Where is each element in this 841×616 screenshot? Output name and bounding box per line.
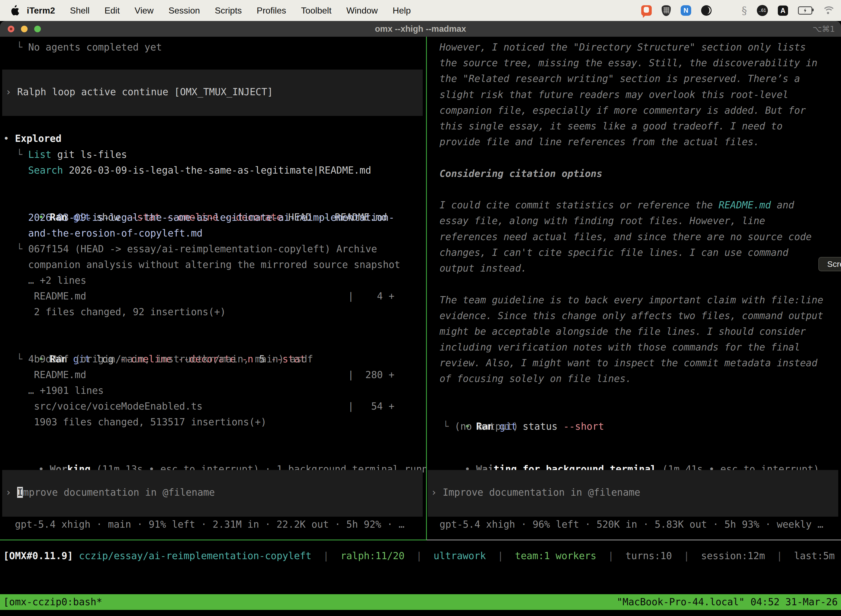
thinking-heading: Considering citation options xyxy=(440,166,602,182)
menu-toolbelt[interactable]: Toolbelt xyxy=(294,6,339,16)
banner-text: Ralph loop active continue [OMX_TMUX_INJ… xyxy=(11,87,273,97)
commit-line2: companion analysis without altering the … xyxy=(28,257,400,273)
stat-row: src/voice/voiceModeEnabled.ts | 54 + xyxy=(34,399,394,414)
thinking-line: essay file, along with finding root file… xyxy=(440,213,765,229)
tree-corner: └ xyxy=(16,353,28,365)
prompt-chevron: › xyxy=(431,487,442,498)
tool-verb-search: Search xyxy=(28,165,63,176)
screen-tooltip[interactable]: Scre xyxy=(818,257,841,271)
menu-session[interactable]: Session xyxy=(161,6,208,16)
right-pane[interactable]: However, I noticed the "Directory Struct… xyxy=(427,37,841,540)
apple-icon[interactable] xyxy=(10,5,19,16)
thinking-line: However, I noticed the "Directory Struct… xyxy=(440,40,806,55)
left-session-status: gpt-5.4 xhigh · main · 91% left · 2.31M … xyxy=(15,517,404,532)
search-args: 2026-03-09-is-legal-the-same-as-legitima… xyxy=(63,165,371,176)
thinking-line: review. Also, I might want to inspect th… xyxy=(440,355,818,371)
pane-border-bottom-left xyxy=(0,540,426,540)
omx-ralph-count: ralph:11/20 xyxy=(340,550,404,561)
readme-link[interactable]: README.md xyxy=(718,199,771,211)
menu-scripts[interactable]: Scripts xyxy=(207,6,249,16)
battery-percent-icon[interactable]: ..61 xyxy=(757,5,768,16)
menu-help[interactable]: Help xyxy=(385,6,418,16)
cmd-flags: --short xyxy=(558,421,604,432)
omx-status-bar: [OMX#0.11.9] cczip/essay/ai-reimplementa… xyxy=(3,548,841,564)
blue-n-icon[interactable]: N xyxy=(681,5,691,16)
essay-path-line2: and-the-erosion-of-copyleft.md xyxy=(28,226,202,241)
input-text: Improve documentation in @filename xyxy=(442,487,640,498)
more-lines: … +1901 lines xyxy=(28,383,104,399)
more-lines: … +2 lines xyxy=(28,273,86,288)
menu-profiles[interactable]: Profiles xyxy=(249,6,294,16)
window-shortcut: ⌥⌘1 xyxy=(813,21,835,37)
commit-line: 067f154 (HEAD -> essay/ai-reimplementati… xyxy=(28,243,377,254)
dots-grid-icon[interactable] xyxy=(722,6,732,16)
right-session-status: gpt-5.4 xhigh · 96% left · 520K in · 5.8… xyxy=(440,517,823,532)
thinking-line: the "Related research writing" section i… xyxy=(440,71,800,87)
omx-branch-path: cczip/essay/ai-reimplementation-copyleft xyxy=(79,550,312,561)
thinking-line: might be acceptable alongside the file l… xyxy=(440,324,806,339)
omx-turns: turns:10 xyxy=(626,550,672,561)
menu-iterm2[interactable]: iTerm2 xyxy=(19,6,63,16)
thinking-line: companion file, especially if more comme… xyxy=(440,103,806,119)
window-title: omx --xhigh --madmax xyxy=(0,21,841,37)
pane-border-bottom-right xyxy=(426,540,841,540)
thinking-line: The team guideline is to back every impo… xyxy=(440,292,823,308)
menu-bar: iTerm2 Shell Edit View Session Scripts P… xyxy=(0,0,841,21)
menu-status-icons: N § ..61 A xyxy=(641,0,834,21)
pane-divider-vertical[interactable] xyxy=(426,37,427,540)
left-prompt-input[interactable]: › Improve documentation in @filename xyxy=(2,470,423,517)
left-pane[interactable]: └ No agents completed yet › Ralph loop a… xyxy=(0,37,426,540)
menu-shell[interactable]: Shell xyxy=(63,6,97,16)
right-prompt-input[interactable]: › Improve documentation in @filename xyxy=(428,470,838,517)
inject-banner-box: › Ralph loop active continue [OMX_TMUX_I… xyxy=(2,70,423,116)
shield-grid-icon[interactable] xyxy=(662,5,671,16)
thinking-line: provide file and line references from th… xyxy=(440,134,759,150)
thinking-line: evidence. Since this change only affects… xyxy=(440,308,823,324)
thinking-line: output instead. xyxy=(440,261,527,276)
screenshot-app-icon[interactable] xyxy=(641,5,652,16)
tmux-host-clock: "MacBook-Pro-44.local" 04:52 31-Mar-26 xyxy=(617,594,838,610)
tool-verb-list: List xyxy=(28,149,51,160)
thinking-line: slight risk that future readers may over… xyxy=(440,87,788,103)
omx-team: team:1 workers xyxy=(515,550,596,561)
tree-corner: └ xyxy=(16,149,28,160)
stat-summary: 2 files changed, 92 insertions(+) xyxy=(34,304,226,320)
bullet: • xyxy=(3,133,9,144)
thinking-line: references need actual files, and since … xyxy=(440,229,812,245)
menu-edit[interactable]: Edit xyxy=(97,6,127,16)
thinking-line: the source tree, missing the essay. Stil… xyxy=(440,55,818,71)
omx-version: [OMX#0.11.9] xyxy=(3,550,73,561)
cmd-status: status xyxy=(517,421,558,432)
essay-path-line1: 2026-03-09-is-legal-the-same-as-legitima… xyxy=(28,210,394,226)
explored-label: Explored xyxy=(9,133,62,144)
thinking-line: changes, I can't cite specific file line… xyxy=(440,245,788,261)
tree-corner: └ xyxy=(16,42,28,53)
omx-session-time: session:12m xyxy=(701,550,765,561)
omx-mode: ultrawork xyxy=(434,550,486,561)
menu-view[interactable]: View xyxy=(127,6,161,16)
stat-row: README.md | 280 + xyxy=(34,367,394,383)
hook-icon[interactable]: § xyxy=(742,5,747,16)
tmux-session-window[interactable]: [omx-cczip0:bash* xyxy=(3,594,102,610)
battery-icon[interactable] xyxy=(798,6,812,15)
stat-summary: 1903 files changed, 513517 insertions(+) xyxy=(34,414,267,430)
thinking-line: and xyxy=(771,199,794,211)
prompt-chevron: › xyxy=(6,487,17,498)
no-output-text: (no output) xyxy=(454,421,519,432)
input-source-icon[interactable]: A xyxy=(778,6,788,16)
tree-corner: └ xyxy=(16,243,28,254)
thinking-line: I could cite commit statistics or refere… xyxy=(440,199,718,211)
list-args: git ls-files xyxy=(51,149,127,160)
banner-prompt: › xyxy=(6,87,11,97)
stat-row: README.md | 4 + xyxy=(34,288,394,304)
dark-crescent-icon[interactable] xyxy=(701,5,712,16)
menu-window[interactable]: Window xyxy=(339,6,385,16)
input-text: mprove documentation in @filename xyxy=(23,487,215,498)
no-agents-text: No agents completed yet xyxy=(28,42,162,53)
commit-line: 4b9d30f (origin/main, instructkr/main, m… xyxy=(28,353,313,365)
window-title-bar: omx --xhigh --madmax ⌥⌘1 xyxy=(0,21,841,37)
tmux-status-bar: [omx-cczip0:bash* "MacBook-Pro-44.local"… xyxy=(0,594,841,610)
thinking-line: this single essay, it seems like a good … xyxy=(440,119,782,134)
omx-last-activity: last:5m ago xyxy=(794,550,841,561)
wifi-icon[interactable] xyxy=(822,6,834,15)
